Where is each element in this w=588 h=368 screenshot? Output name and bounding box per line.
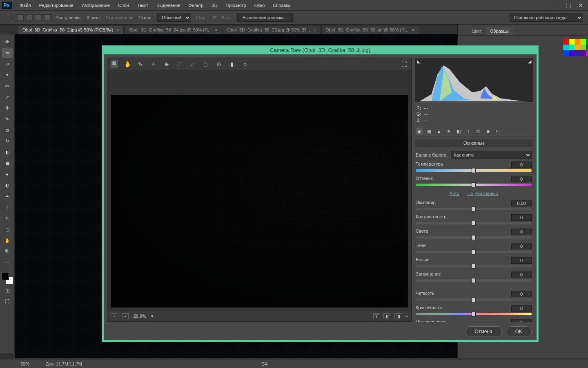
ok-button[interactable]: OK <box>506 326 532 337</box>
color-swatch[interactable] <box>2 273 13 284</box>
cr-colorsampler-tool-icon[interactable]: ✧ <box>150 61 157 67</box>
move-tool-icon[interactable]: ✥ <box>2 37 13 47</box>
cr-target-tool-icon[interactable]: ⊕ <box>163 61 170 67</box>
brush-tool-icon[interactable]: ✎ <box>2 114 13 124</box>
eraser-tool-icon[interactable]: ◧ <box>2 147 13 157</box>
cr-redeye-tool-icon[interactable]: ⊙ <box>215 61 223 67</box>
cr-preview-menu-icon[interactable]: ≡ <box>405 313 408 319</box>
doc-tab-3[interactable]: Oboi_3D_Grafika_58_26.jpg @ 50% (R...× <box>223 25 321 34</box>
panel-tab-swatches[interactable]: Образцы <box>486 27 513 35</box>
history-brush-icon[interactable]: ↻ <box>2 136 13 146</box>
sel-add-icon[interactable] <box>26 14 33 21</box>
slider-value-input[interactable] <box>511 176 532 182</box>
cr-preview-split-icon[interactable]: ◧ <box>383 313 391 319</box>
sel-int-icon[interactable] <box>44 14 51 21</box>
quickmask-icon[interactable]: ◫ <box>2 285 13 295</box>
doc-tab-2[interactable]: Oboi_3D_Grafika_58_24.jpg @ 50% (R...× <box>125 25 222 34</box>
swatch-cell[interactable] <box>569 45 575 50</box>
path-tool-icon[interactable]: ↖ <box>2 213 13 223</box>
close-icon[interactable]: ✕ <box>578 2 583 9</box>
menu-text[interactable]: Текст <box>133 3 153 8</box>
slider-track[interactable] <box>416 251 532 253</box>
slider-thumb[interactable] <box>472 235 476 240</box>
cr-preview-y-icon[interactable]: Y <box>373 313 380 319</box>
workspace-select[interactable]: Основная рабочая среда <box>510 13 583 22</box>
slider-track[interactable] <box>416 265 532 267</box>
wb-select[interactable]: Как снято <box>451 151 532 159</box>
screenmode-icon[interactable]: ⛶ <box>2 296 13 306</box>
panel-tab-color[interactable]: Цвет <box>468 27 486 35</box>
gradient-tool-icon[interactable]: ▦ <box>2 158 13 168</box>
sel-new-icon[interactable] <box>17 14 24 21</box>
swatch-cell[interactable] <box>580 45 586 50</box>
slider-value-input[interactable] <box>511 243 532 249</box>
swatch-cell[interactable] <box>563 39 569 45</box>
cr-curve-tab-icon[interactable]: ▦ <box>425 128 433 135</box>
swatch-cell[interactable] <box>575 39 580 45</box>
sel-sub-icon[interactable] <box>35 14 42 21</box>
maximize-icon[interactable]: ▢ <box>566 2 571 9</box>
swatch-cell[interactable] <box>563 50 569 56</box>
swatch-cell[interactable] <box>575 45 580 50</box>
slider-value-input[interactable] <box>511 319 532 322</box>
cr-zoom-tool-icon[interactable]: 🔍 <box>111 60 118 68</box>
eyedropper-tool-icon[interactable]: ⤢ <box>2 92 13 102</box>
slider-track[interactable] <box>416 169 532 172</box>
menu-help[interactable]: Справка <box>269 3 294 8</box>
more-tools-icon[interactable]: ⋯ <box>2 258 13 267</box>
dodge-tool-icon[interactable]: ◐ <box>2 180 13 190</box>
cr-split-tab-icon[interactable]: ◧ <box>455 128 462 135</box>
slider-value-input[interactable] <box>511 229 532 235</box>
swatch-cell[interactable] <box>580 50 586 56</box>
swatch-cell[interactable] <box>586 39 588 45</box>
type-tool-icon[interactable]: T <box>2 202 13 212</box>
cr-zoomout-icon[interactable]: − <box>111 313 117 319</box>
cr-basic-tab-icon[interactable]: ◉ <box>416 128 423 135</box>
shape-tool-icon[interactable]: ▢ <box>2 224 13 234</box>
slider-thumb[interactable] <box>472 221 476 226</box>
slider-thumb[interactable] <box>472 297 476 302</box>
select-and-mask-button[interactable]: Выделение и маска... <box>237 13 293 22</box>
slider-track[interactable] <box>416 222 532 224</box>
swatch-cell[interactable] <box>580 39 586 45</box>
cr-spot-tool-icon[interactable]: ◌ <box>202 61 209 67</box>
crop-tool-icon[interactable]: ✂ <box>2 81 13 91</box>
tab-close-icon[interactable]: × <box>116 27 119 32</box>
slider-track[interactable] <box>416 236 532 239</box>
swatch-cell[interactable] <box>586 50 588 56</box>
cancel-button[interactable]: Отмена <box>466 326 502 337</box>
cr-fullscreen-icon[interactable]: ⛶ <box>401 61 408 67</box>
menu-window[interactable]: Окно <box>250 3 269 8</box>
cr-hsl-tab-icon[interactable]: ≡ <box>445 128 452 135</box>
slider-track[interactable] <box>416 279 532 282</box>
highlight-clip-icon[interactable]: ◢ <box>528 59 531 64</box>
slider-value-input[interactable] <box>511 200 532 206</box>
menu-filter[interactable]: Фильтр <box>185 3 208 8</box>
cr-whitebalance-tool-icon[interactable]: ✎ <box>137 61 144 67</box>
cr-lens-tab-icon[interactable]: ⵂ <box>465 128 472 135</box>
cr-histogram[interactable]: ◣ ◢ <box>415 58 533 103</box>
slider-thumb[interactable] <box>472 168 476 173</box>
marquee-tool-icon[interactable]: ▭ <box>2 48 13 58</box>
slider-track[interactable] <box>416 313 532 315</box>
menu-3d[interactable]: 3D <box>208 3 222 8</box>
cr-zoomin-icon[interactable]: + <box>122 313 129 319</box>
cr-zoom-value[interactable]: 28,9% <box>134 314 146 319</box>
swatch-cell[interactable] <box>586 45 588 50</box>
cr-detail-tab-icon[interactable]: ▲ <box>435 128 443 135</box>
menu-view[interactable]: Просмотр <box>222 3 250 8</box>
tab-close-icon[interactable]: × <box>313 27 316 32</box>
slider-value-input[interactable] <box>511 257 532 264</box>
doc-tab-4[interactable]: Oboi_3D_Grafika_58_33.jpg @ 50% (R...× <box>321 25 419 34</box>
cr-adjustbrush-tool-icon[interactable]: ▮ <box>228 61 236 67</box>
cr-preview[interactable] <box>111 95 408 307</box>
blur-tool-icon[interactable]: ● <box>2 169 13 179</box>
cr-fx-tab-icon[interactable]: fx <box>474 128 482 135</box>
slider-thumb[interactable] <box>472 312 476 316</box>
menu-image[interactable]: Изображение <box>78 3 114 8</box>
slider-thumb[interactable] <box>472 278 476 283</box>
slider-thumb[interactable] <box>472 182 476 187</box>
menu-edit[interactable]: Редактирование <box>35 3 78 8</box>
cr-straighten-tool-icon[interactable]: ⟋ <box>189 61 196 67</box>
cr-camera-tab-icon[interactable]: ◙ <box>484 128 492 135</box>
